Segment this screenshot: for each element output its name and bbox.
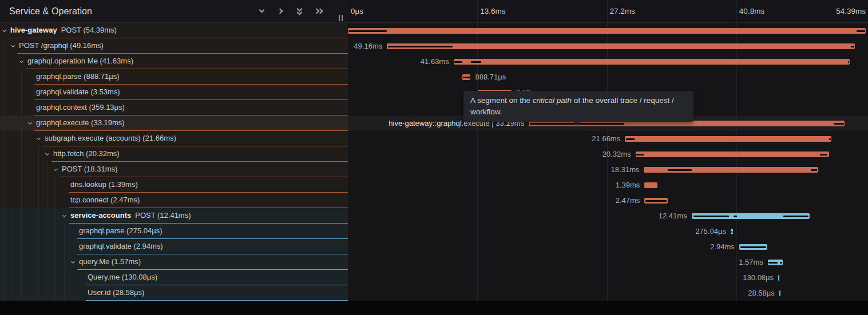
span-timeline-cell[interactable]: 130.08µs	[348, 270, 868, 285]
trace-viewer: Service & Operation 0µs13.6ms27.2ms40.8m…	[0, 0, 868, 315]
span-row[interactable]: graphql.validate (2.94ms)2.94ms	[0, 239, 868, 254]
span-row[interactable]: hive-gatewayPOST (54.39ms)	[0, 23, 868, 38]
span-bar[interactable]	[731, 229, 734, 234]
span-timeline-cell[interactable]: 21.66ms	[348, 131, 868, 146]
double-chevron-down-icon[interactable]	[296, 7, 305, 16]
expand-chevron-icon[interactable]	[28, 121, 32, 125]
indent-guide	[13, 54, 13, 69]
critical-path-segment	[731, 231, 732, 233]
span-timeline-cell[interactable]: 20.32ms	[348, 146, 868, 162]
span-row[interactable]: tcp.connect (2.47ms)2.47ms	[0, 193, 868, 208]
span-bar[interactable]	[625, 136, 831, 142]
expand-chevron-icon[interactable]	[45, 151, 49, 155]
span-bar[interactable]	[348, 28, 866, 34]
span-timeline-cell[interactable]	[348, 23, 868, 38]
expand-chevron-icon[interactable]	[37, 136, 41, 140]
expand-chevron-icon[interactable]	[2, 28, 6, 32]
critical-path-segment	[668, 169, 692, 171]
indent-guide	[38, 177, 39, 193]
expand-chevron-icon[interactable]	[54, 167, 58, 171]
span-label: http.fetch (20.32ms)	[53, 146, 120, 161]
span-duration-label: 49.16ms	[354, 38, 382, 54]
span-bar[interactable]	[644, 182, 657, 188]
span-bar[interactable]	[644, 198, 668, 204]
span-row[interactable]: graphql.parse (888.71µs)888.71µs	[0, 69, 868, 85]
span-tree-cell[interactable]: POST (18.31ms)	[0, 162, 348, 177]
span-tree-cell[interactable]: User.id (28.58µs)	[0, 285, 348, 301]
span-tree-cell[interactable]: tcp.connect (2.47ms)	[0, 193, 348, 208]
span-tree-cell[interactable]: hive-gatewayPOST (54.39ms)	[0, 23, 348, 38]
span-timeline-cell[interactable]: 888.71µs	[348, 69, 868, 85]
span-tree-cell[interactable]: graphql.validate (2.94ms)	[0, 239, 348, 254]
span-timeline-cell[interactable]: 275.04µs	[348, 224, 868, 239]
span-timeline-cell[interactable]: 41.63ms	[348, 54, 868, 69]
span-tree-cell[interactable]: service-accountsPOST (12.41ms)	[0, 208, 348, 224]
span-tree-cell[interactable]: subgraph.execute (accounts) (21.66ms)	[0, 131, 348, 146]
indent-guide	[21, 270, 22, 285]
chevron-right-icon[interactable]	[277, 7, 286, 16]
span-bar[interactable]	[454, 59, 850, 65]
span-row[interactable]: graphql.context (359.13µs)359.13µs	[0, 100, 868, 115]
row-underline	[34, 99, 348, 100]
indent-guide	[4, 115, 5, 131]
span-bar[interactable]	[739, 244, 767, 250]
span-tree-cell[interactable]: graphql.context (359.13µs)	[0, 100, 348, 115]
span-tree-cell[interactable]: Query.me (130.08µs)	[0, 270, 348, 285]
span-tree-header: Service & Operation	[0, 0, 348, 23]
span-timeline-cell[interactable]: 12.41ms	[348, 208, 868, 224]
indent-guide	[47, 193, 47, 208]
span-row[interactable]: User.id (28.58µs)28.58µs	[0, 285, 868, 301]
expand-chevron-icon[interactable]	[19, 59, 23, 63]
expand-chevron-icon[interactable]	[71, 260, 75, 264]
panel-resize-handle[interactable]	[338, 15, 344, 22]
expand-chevron-icon[interactable]	[62, 213, 66, 217]
span-tree-cell[interactable]: http.fetch (20.32ms)	[0, 146, 348, 162]
span-tree-cell[interactable]: graphql.validate (3.53ms)	[0, 85, 348, 100]
span-bar[interactable]	[644, 167, 818, 173]
span-row[interactable]: query.Me (1.57ms)1.57ms	[0, 254, 868, 270]
chevron-down-icon[interactable]	[258, 7, 267, 16]
span-row[interactable]: graphql.validate (3.53ms)3.53ms	[0, 85, 868, 100]
span-bar[interactable]	[462, 74, 471, 80]
span-label: graphql.context (359.13µs)	[36, 100, 125, 115]
span-bar[interactable]	[768, 260, 783, 265]
span-row[interactable]: service-accountsPOST (12.41ms)12.41ms	[0, 208, 868, 224]
span-tree-cell[interactable]: POST /graphql (49.16ms)	[0, 38, 348, 54]
span-timeline-cell[interactable]: 18.31ms	[348, 162, 868, 177]
indent-guide	[13, 85, 13, 100]
span-tree-cell[interactable]: graphql.parse (275.04µs)	[0, 224, 348, 239]
span-row[interactable]: POST /graphql (49.16ms)49.16ms	[0, 38, 868, 54]
span-tree-cell[interactable]: query.Me (1.57ms)	[0, 254, 348, 270]
span-row[interactable]: Query.me (130.08µs)130.08µs	[0, 270, 868, 285]
span-bar[interactable]	[692, 213, 810, 219]
span-tree-cell[interactable]: graphql.operation Me (41.63ms)	[0, 54, 348, 69]
span-duration-label: 41.63ms	[421, 54, 449, 69]
indent-guide	[47, 224, 47, 239]
span-tree-cell[interactable]: graphql.execute (33.19ms)	[0, 115, 348, 131]
span-timeline-cell[interactable]: 2.94ms	[348, 239, 868, 254]
span-tree-cell[interactable]: dns.lookup (1.39ms)	[0, 177, 348, 193]
double-chevron-right-icon[interactable]	[315, 7, 324, 16]
span-duration-label: 12.41ms	[659, 208, 687, 224]
span-row[interactable]: POST (18.31ms)18.31ms	[0, 162, 868, 177]
span-row[interactable]: graphql.operation Me (41.63ms)41.63ms	[0, 54, 868, 69]
indent-guide	[4, 224, 5, 239]
span-row[interactable]: http.fetch (20.32ms)20.32ms	[0, 146, 868, 162]
span-row[interactable]: graphql.parse (275.04µs)275.04µs	[0, 224, 868, 239]
span-bar[interactable]	[387, 43, 855, 49]
span-bar[interactable]	[779, 290, 780, 296]
span-row[interactable]: dns.lookup (1.39ms)1.39ms	[0, 177, 868, 193]
tooltip-text-italic: critical path	[533, 96, 572, 105]
indent-guide	[13, 270, 13, 285]
span-bar[interactable]	[778, 275, 779, 281]
expand-chevron-icon[interactable]	[11, 43, 15, 47]
span-bar[interactable]	[636, 151, 829, 157]
span-timeline-cell[interactable]: 1.39ms	[348, 177, 868, 193]
span-timeline-cell[interactable]: 49.16ms	[348, 38, 868, 54]
span-tree-cell[interactable]: graphql.parse (888.71µs)	[0, 69, 348, 85]
span-row[interactable]: graphql.execute (33.19ms)hive-gateway::g…	[0, 115, 868, 131]
span-timeline-cell[interactable]: 2.47ms	[348, 193, 868, 208]
span-row[interactable]: subgraph.execute (accounts) (21.66ms)21.…	[0, 131, 868, 146]
span-timeline-cell[interactable]: 28.58µs	[348, 285, 868, 301]
span-timeline-cell[interactable]: 1.57ms	[348, 254, 868, 270]
